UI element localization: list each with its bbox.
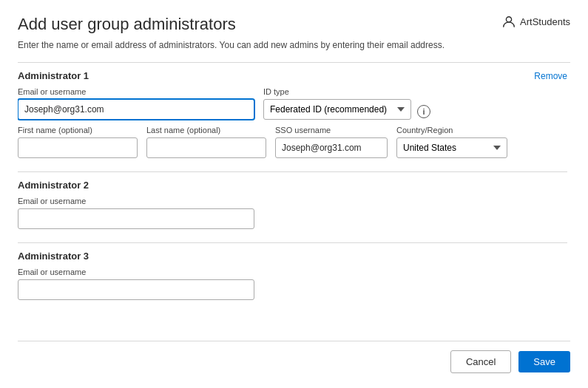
footer: Cancel Save: [18, 341, 570, 373]
admin-1-firstname-input[interactable]: [18, 137, 138, 158]
page-wrapper: Add user group administrators ArtStudent…: [0, 0, 588, 388]
admin-1-email-label: Email or username: [18, 87, 254, 96]
admin-1-remove-button[interactable]: Remove: [534, 71, 567, 81]
admin-1-section: Administrator 1 Remove Email or username…: [18, 70, 567, 158]
admin-1-lastname-group: Last name (optional): [146, 126, 266, 158]
header-divider: [18, 62, 570, 63]
page-title: Add user group administrators: [18, 15, 236, 34]
cancel-button[interactable]: Cancel: [450, 350, 511, 373]
page-subtitle: Enter the name or email address of admin…: [18, 40, 570, 50]
admin-1-id-type-group: ID type Adobe ID Enterprise ID Federated…: [263, 87, 430, 120]
admin-1-label: Administrator 1: [18, 70, 89, 81]
admin-1-header: Administrator 1 Remove: [18, 70, 567, 81]
admin-1-id-type-row: Adobe ID Enterprise ID Federated ID (rec…: [263, 99, 430, 120]
id-type-info-icon[interactable]: i: [417, 105, 430, 118]
admin-1-id-type-label: ID type: [263, 87, 430, 96]
scroll-area: Administrator 1 Remove Email or username…: [18, 70, 570, 341]
admin-1-country-label: Country/Region: [396, 126, 507, 135]
admin-1-country-group: Country/Region United States United King…: [396, 126, 507, 158]
admin-2-section: Administrator 2 Email or username: [18, 180, 567, 229]
user-icon: [502, 15, 516, 28]
admin-1-row1: Email or username ID type Adobe ID Enter…: [18, 87, 567, 120]
admin-3-section: Administrator 3 Email or username: [18, 251, 567, 300]
admin-3-header: Administrator 3: [18, 251, 567, 262]
admin-2-header: Administrator 2: [18, 180, 567, 191]
admin-2-divider: [18, 242, 567, 243]
admin-1-sso-input[interactable]: [275, 137, 388, 158]
admin-3-email-label: Email or username: [18, 268, 567, 276]
header-row: Add user group administrators ArtStudent…: [18, 15, 570, 34]
admin-3-email-input[interactable]: [18, 279, 254, 300]
admin-1-id-type-select[interactable]: Adobe ID Enterprise ID Federated ID (rec…: [263, 99, 411, 120]
svg-point-0: [506, 17, 511, 22]
admin-2-email-label: Email or username: [18, 197, 567, 205]
admin-1-row2: First name (optional) Last name (optiona…: [18, 126, 567, 158]
admin-2-email-group: Email or username: [18, 197, 567, 229]
admin-1-lastname-input[interactable]: [146, 137, 266, 158]
admin-1-email-group: Email or username: [18, 87, 254, 120]
admin-2-label: Administrator 2: [18, 180, 89, 191]
admin-1-sso-group: SSO username: [275, 126, 388, 158]
admin-1-divider: [18, 171, 567, 172]
save-button[interactable]: Save: [518, 351, 570, 372]
admin-3-label: Administrator 3: [18, 251, 89, 262]
admin-1-email-input[interactable]: [18, 99, 254, 120]
admin-2-email-input[interactable]: [18, 208, 254, 229]
admin-1-lastname-label: Last name (optional): [146, 126, 266, 135]
admin-1-firstname-label: First name (optional): [18, 126, 138, 135]
admin-1-sso-label: SSO username: [275, 126, 388, 135]
admin-1-country-select[interactable]: United States United Kingdom Canada Aust…: [396, 137, 507, 158]
user-label: ArtStudents: [520, 16, 570, 27]
admin-3-email-group: Email or username: [18, 268, 567, 300]
admin-1-firstname-group: First name (optional): [18, 126, 138, 158]
user-badge: ArtStudents: [502, 15, 570, 28]
